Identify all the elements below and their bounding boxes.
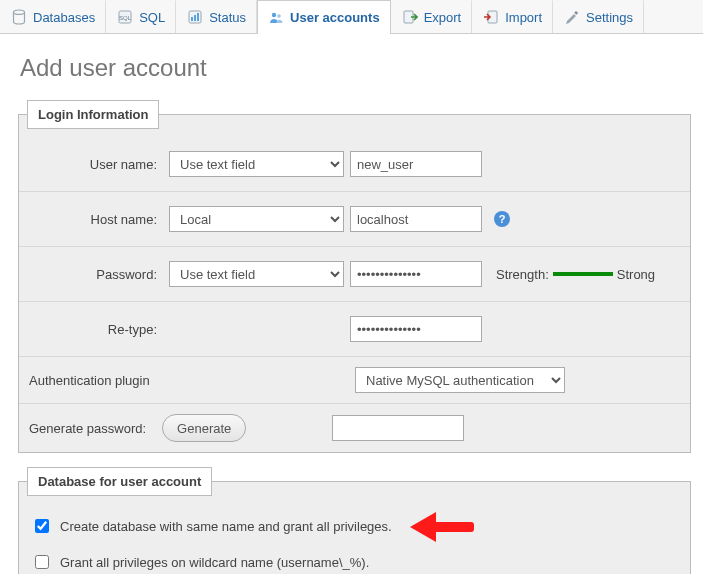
create-db-checkbox[interactable]: [35, 519, 49, 533]
row-auth-plugin: Authentication plugin Native MySQL authe…: [19, 357, 690, 404]
generate-password-label: Generate password:: [29, 421, 156, 436]
tab-label: Import: [505, 10, 542, 25]
row-hostname: Host name: Local ?: [19, 192, 690, 247]
create-db-label: Create database with same name and grant…: [60, 519, 392, 534]
database-for-user-fieldset: Database for user account Create databas…: [18, 467, 691, 574]
retype-input[interactable]: [350, 316, 482, 342]
tab-export[interactable]: Export: [391, 0, 473, 33]
strength-indicator: Strength: Strong: [496, 267, 655, 282]
svg-point-0: [14, 10, 25, 14]
svg-rect-11: [574, 11, 578, 15]
tab-databases[interactable]: Databases: [0, 0, 106, 33]
hostname-input[interactable]: [350, 206, 482, 232]
checkbox-row-create-db: Create database with same name and grant…: [19, 506, 690, 546]
password-input[interactable]: [350, 261, 482, 287]
username-input[interactable]: [350, 151, 482, 177]
main-content: Add user account Login Information User …: [0, 34, 703, 574]
row-password: Password: Use text field Strength: Stron…: [19, 247, 690, 302]
login-information-fieldset: Login Information User name: Use text fi…: [18, 100, 691, 453]
tab-label: Export: [424, 10, 462, 25]
checkbox-row-wildcard: Grant all privileges on wildcard name (u…: [19, 546, 690, 574]
username-mode-select[interactable]: Use text field: [169, 151, 344, 177]
username-label: User name:: [29, 157, 163, 172]
wildcard-checkbox[interactable]: [35, 555, 49, 569]
annotation-arrow-icon: [410, 512, 480, 540]
generated-password-input[interactable]: [332, 415, 464, 441]
tab-label: Status: [209, 10, 246, 25]
auth-plugin-label: Authentication plugin: [29, 373, 349, 388]
tab-settings[interactable]: Settings: [553, 0, 644, 33]
tab-label: SQL: [139, 10, 165, 25]
strength-bar: [553, 272, 613, 276]
hostname-mode-select[interactable]: Local: [169, 206, 344, 232]
tab-status[interactable]: Status: [176, 0, 257, 33]
svg-point-7: [272, 12, 276, 16]
wildcard-label: Grant all privileges on wildcard name (u…: [60, 555, 369, 570]
password-label: Password:: [29, 267, 163, 282]
database-icon: [11, 9, 27, 25]
retype-label: Re-type:: [29, 322, 163, 337]
generate-button[interactable]: Generate: [162, 414, 246, 442]
database-for-user-legend: Database for user account: [27, 467, 212, 496]
tab-import[interactable]: Import: [472, 0, 553, 33]
tab-sql[interactable]: SQL SQL: [106, 0, 176, 33]
sql-icon: SQL: [117, 9, 133, 25]
tab-label: Settings: [586, 10, 633, 25]
strength-value: Strong: [617, 267, 655, 282]
import-icon: [483, 9, 499, 25]
svg-text:SQL: SQL: [119, 15, 132, 21]
tab-label: Databases: [33, 10, 95, 25]
export-icon: [402, 9, 418, 25]
auth-plugin-select[interactable]: Native MySQL authentication: [355, 367, 565, 393]
tab-user-accounts[interactable]: User accounts: [257, 0, 391, 34]
login-information-legend: Login Information: [27, 100, 159, 129]
password-mode-select[interactable]: Use text field: [169, 261, 344, 287]
row-retype: Re-type:: [19, 302, 690, 357]
top-tabs: Databases SQL SQL Status User accounts E…: [0, 0, 703, 34]
svg-point-8: [277, 14, 281, 18]
svg-rect-5: [194, 15, 196, 21]
settings-icon: [564, 9, 580, 25]
svg-rect-6: [197, 13, 199, 21]
svg-rect-4: [191, 17, 193, 21]
user-accounts-icon: [268, 10, 284, 26]
page-title: Add user account: [20, 54, 691, 82]
tab-label: User accounts: [290, 10, 380, 25]
hostname-label: Host name:: [29, 212, 163, 227]
status-icon: [187, 9, 203, 25]
row-username: User name: Use text field: [19, 137, 690, 192]
row-generate-password: Generate password: Generate: [19, 404, 690, 452]
help-icon[interactable]: ?: [494, 211, 510, 227]
strength-label: Strength:: [496, 267, 549, 282]
